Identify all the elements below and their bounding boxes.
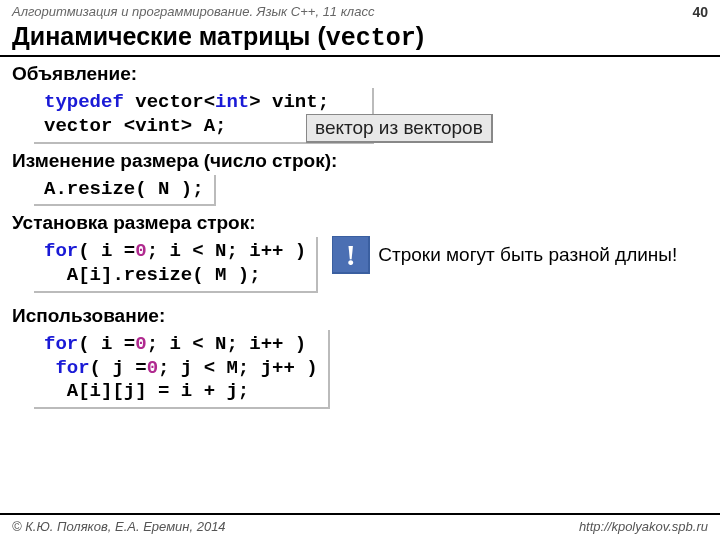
code-text: ; j < M; j++ ) xyxy=(158,357,318,379)
code-text: ; i < N; i++ ) xyxy=(147,240,307,262)
slide-footer: © К.Ю. Поляков, Е.А. Еремин, 2014 http:/… xyxy=(0,513,720,540)
num: 0 xyxy=(135,240,146,262)
title-pre: Динамические матрицы ( xyxy=(12,22,326,50)
code-text: ; i < N; i++ ) xyxy=(147,333,307,355)
kw: for xyxy=(44,357,90,379)
code-text: vector< xyxy=(124,91,215,113)
kw: for xyxy=(44,333,78,355)
section-rows: Установка размера строк: for( i =0; i < … xyxy=(12,212,708,299)
code-text: > vint; xyxy=(249,91,329,113)
code-text: ( i = xyxy=(78,333,135,355)
code-text: vector <vint> A; xyxy=(44,115,226,137)
codebox-wrap: typedef vector<int> vint; vector <vint> … xyxy=(34,88,708,144)
codebox: for( i =0; i < N; i++ ) for( j =0; j < M… xyxy=(34,330,330,409)
section-label: Установка размера строк: xyxy=(12,212,708,234)
warning-icon: ! xyxy=(332,236,370,274)
code-text: ( j = xyxy=(90,357,147,379)
num: 0 xyxy=(147,357,158,379)
kw: typedef xyxy=(44,91,124,113)
section-label: Объявление: xyxy=(12,63,708,85)
page-title: Динамические матрицы (vector) xyxy=(0,20,720,53)
kw: int xyxy=(215,91,249,113)
row-flex: for( i =0; i < N; i++ ) A[i].resize( M )… xyxy=(12,234,708,299)
section-label: Использование: xyxy=(12,305,708,327)
code-text: A[i][j] = i + j; xyxy=(44,380,249,402)
content: Объявление: typedef vector<int> vint; ve… xyxy=(0,63,720,409)
codebox-wrap: for( i =0; i < N; i++ ) for( j =0; j < M… xyxy=(34,330,708,409)
num: 0 xyxy=(135,333,146,355)
warning: ! Строки могут быть разной длины! xyxy=(332,236,677,274)
annotation: вектор из векторов xyxy=(306,114,493,143)
footer-url: http://kpolyakov.spb.ru xyxy=(579,519,708,534)
page-number: 40 xyxy=(692,4,708,20)
divider xyxy=(0,55,720,57)
section-use: Использование: for( i =0; i < N; i++ ) f… xyxy=(12,305,708,409)
codebox: for( i =0; i < N; i++ ) A[i].resize( M )… xyxy=(34,237,318,293)
slide-header: Алгоритмизация и программирование. Язык … xyxy=(0,0,720,20)
section-resize: Изменение размера (число строк): A.resiz… xyxy=(12,150,708,207)
kw: for xyxy=(44,240,78,262)
codebox-wrap: A.resize( N ); xyxy=(34,175,708,207)
section-label: Изменение размера (число строк): xyxy=(12,150,708,172)
title-post: ) xyxy=(416,22,424,50)
code-text: A.resize( N ); xyxy=(44,178,204,200)
course-label: Алгоритмизация и программирование. Язык … xyxy=(12,4,374,20)
code-text: ( i = xyxy=(78,240,135,262)
codebox: A.resize( N ); xyxy=(34,175,216,207)
copyright: © К.Ю. Поляков, Е.А. Еремин, 2014 xyxy=(12,519,226,534)
warning-text: Строки могут быть разной длины! xyxy=(378,244,677,266)
code-text: A[i].resize( M ); xyxy=(44,264,261,286)
section-declaration: Объявление: typedef vector<int> vint; ve… xyxy=(12,63,708,144)
title-mono: vector xyxy=(326,24,416,53)
codebox-wrap: for( i =0; i < N; i++ ) A[i].resize( M )… xyxy=(34,237,318,293)
